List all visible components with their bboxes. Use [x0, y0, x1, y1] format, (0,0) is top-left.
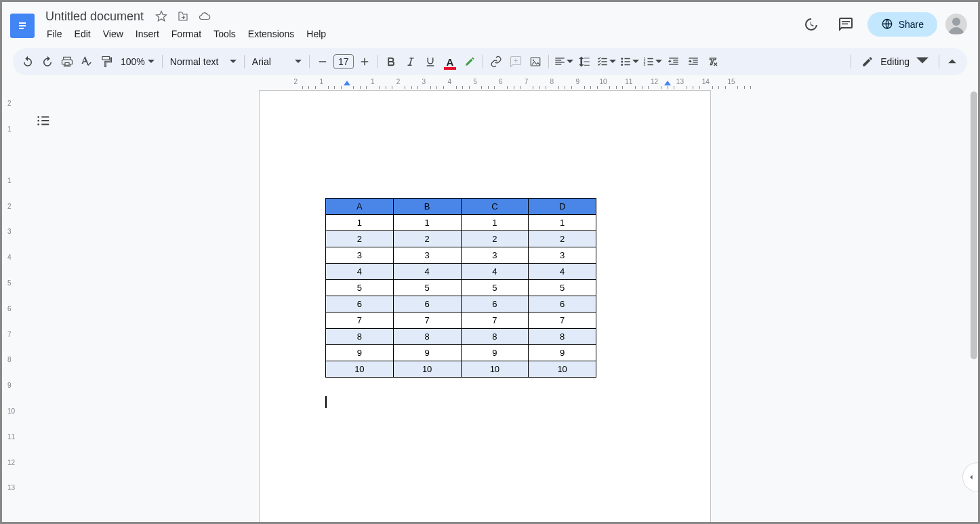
table-row[interactable]: 3333: [326, 247, 596, 264]
menu-item-insert[interactable]: Insert: [130, 26, 165, 41]
table-row[interactable]: 5555: [326, 280, 596, 296]
table-row[interactable]: 1111: [326, 215, 596, 231]
table-cell[interactable]: 4: [393, 264, 461, 280]
table-cell[interactable]: 1: [529, 215, 596, 231]
font-size-decrease-button[interactable]: [313, 52, 332, 71]
table-cell[interactable]: 1: [393, 215, 461, 231]
indent-increase-button[interactable]: [684, 52, 703, 71]
table-cell[interactable]: 2: [529, 231, 596, 247]
italic-button[interactable]: [401, 52, 420, 71]
table-cell[interactable]: 8: [326, 329, 394, 345]
font-size-input[interactable]: [333, 54, 354, 69]
table-row[interactable]: 8888: [326, 329, 596, 345]
text-color-button[interactable]: A: [441, 52, 460, 71]
table-row[interactable]: 2222: [326, 231, 596, 247]
horizontal-ruler[interactable]: 21123456789101112131415: [25, 78, 978, 90]
table-cell[interactable]: 3: [461, 247, 529, 264]
table-cell[interactable]: 8: [393, 329, 461, 345]
line-spacing-button[interactable]: [575, 52, 594, 71]
table-cell[interactable]: 1: [326, 215, 394, 231]
vertical-ruler[interactable]: 2112345678910111213: [2, 90, 25, 522]
print-button[interactable]: [58, 52, 77, 71]
page[interactable]: ABCD 11112222333344445555666677778888999…: [259, 90, 711, 522]
table-cell[interactable]: 9: [461, 345, 529, 361]
menu-item-help[interactable]: Help: [301, 26, 331, 41]
clear-formatting-button[interactable]: [703, 52, 722, 71]
table-cell[interactable]: 6: [393, 296, 461, 313]
menu-item-edit[interactable]: Edit: [69, 26, 96, 41]
table-row[interactable]: 7777: [326, 313, 596, 329]
menu-item-tools[interactable]: Tools: [208, 26, 241, 41]
collapse-toolbar-button[interactable]: [943, 52, 962, 71]
font-select[interactable]: Arial: [248, 52, 306, 71]
table-cell[interactable]: 7: [326, 313, 394, 329]
image-button[interactable]: [526, 52, 545, 71]
table-cell[interactable]: 9: [326, 345, 394, 361]
table-header-cell[interactable]: B: [393, 199, 461, 215]
table-cell[interactable]: 1: [461, 215, 529, 231]
zoom-select[interactable]: 100%: [117, 52, 159, 71]
highlight-button[interactable]: [460, 52, 479, 71]
underline-button[interactable]: [421, 52, 440, 71]
table-cell[interactable]: 10: [393, 361, 461, 378]
table-cell[interactable]: 3: [326, 247, 394, 264]
indent-decrease-button[interactable]: [664, 52, 683, 71]
outline-button[interactable]: [32, 109, 55, 132]
table-cell[interactable]: 5: [529, 280, 596, 296]
table-cell[interactable]: 4: [461, 264, 529, 280]
redo-button[interactable]: [38, 52, 57, 71]
indent-marker-left[interactable]: [344, 81, 350, 85]
table-header-cell[interactable]: C: [461, 199, 529, 215]
spellcheck-button[interactable]: [77, 52, 96, 71]
table-cell[interactable]: 5: [461, 280, 529, 296]
table-cell[interactable]: 4: [529, 264, 596, 280]
table-cell[interactable]: 2: [326, 231, 394, 247]
undo-button[interactable]: [18, 52, 37, 71]
editing-mode-button[interactable]: Editing: [855, 52, 935, 71]
link-button[interactable]: [487, 52, 506, 71]
table-cell[interactable]: 3: [529, 247, 596, 264]
indent-marker-right[interactable]: [664, 81, 671, 85]
paint-format-button[interactable]: [97, 52, 116, 71]
table-cell[interactable]: 10: [529, 361, 596, 378]
menu-item-view[interactable]: View: [98, 26, 129, 41]
table-cell[interactable]: 10: [461, 361, 529, 378]
scrollbar[interactable]: [970, 90, 978, 522]
table-cell[interactable]: 7: [529, 313, 596, 329]
table-cell[interactable]: 2: [461, 231, 529, 247]
style-select[interactable]: Normal text: [166, 52, 241, 71]
font-size-increase-button[interactable]: [355, 52, 374, 71]
table-cell[interactable]: 5: [326, 280, 394, 296]
history-icon[interactable]: [797, 11, 824, 38]
scrollbar-thumb[interactable]: [971, 92, 977, 359]
table-cell[interactable]: 9: [393, 345, 461, 361]
table-cell[interactable]: 8: [529, 329, 596, 345]
menu-item-file[interactable]: File: [41, 26, 68, 41]
table-cell[interactable]: 2: [393, 231, 461, 247]
table-cell[interactable]: 9: [529, 345, 596, 361]
document-scroll[interactable]: ABCD 11112222333344445555666677778888999…: [25, 90, 978, 522]
numbered-list-button[interactable]: 123: [641, 52, 663, 71]
table-row[interactable]: 10101010: [326, 361, 596, 378]
avatar[interactable]: [945, 14, 967, 35]
table-cell[interactable]: 6: [461, 296, 529, 313]
comments-icon[interactable]: [832, 11, 859, 38]
bulleted-list-button[interactable]: [618, 52, 640, 71]
doc-title[interactable]: Untitled document: [41, 8, 148, 25]
table-cell[interactable]: 4: [326, 264, 394, 280]
menu-item-format[interactable]: Format: [166, 26, 207, 41]
table-cell[interactable]: 3: [393, 247, 461, 264]
bold-button[interactable]: [382, 52, 401, 71]
table-cell[interactable]: 5: [393, 280, 461, 296]
doc-table[interactable]: ABCD 11112222333344445555666677778888999…: [325, 198, 596, 378]
menu-item-extensions[interactable]: Extensions: [243, 26, 300, 41]
table-cell[interactable]: 6: [326, 296, 394, 313]
cloud-icon[interactable]: [197, 8, 213, 24]
table-cell[interactable]: 10: [326, 361, 394, 378]
docs-logo[interactable]: [10, 14, 35, 38]
table-header-cell[interactable]: D: [529, 199, 596, 215]
table-row[interactable]: 4444: [326, 264, 596, 280]
table-row[interactable]: 9999: [326, 345, 596, 361]
align-button[interactable]: [552, 52, 575, 71]
table-cell[interactable]: 8: [461, 329, 529, 345]
